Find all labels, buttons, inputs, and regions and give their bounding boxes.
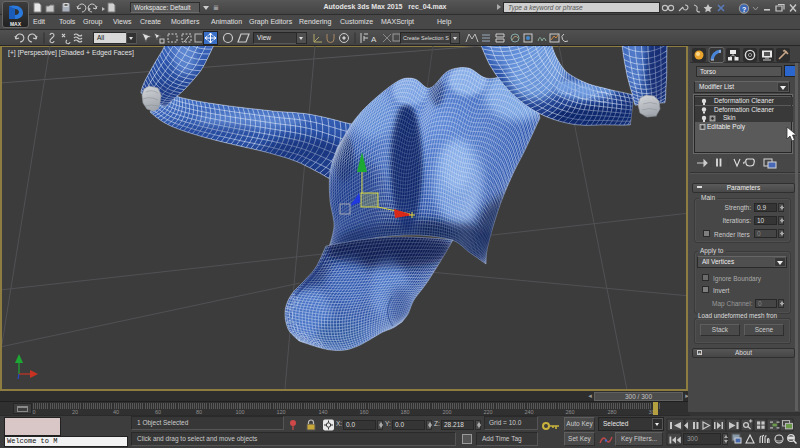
svg-text:?: ? <box>742 6 746 13</box>
svg-text:A: A <box>371 35 377 44</box>
